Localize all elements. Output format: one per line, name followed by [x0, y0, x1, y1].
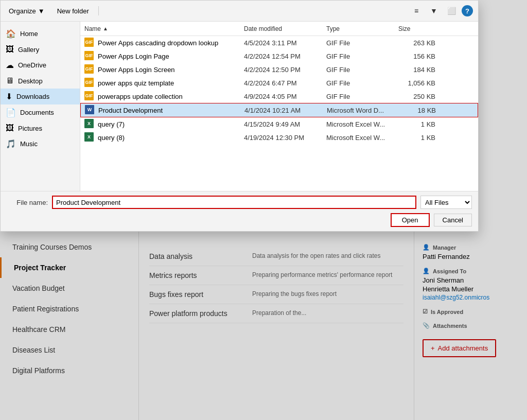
file-icon-2: GIF: [84, 64, 95, 75]
help-icon[interactable]: ?: [462, 5, 473, 16]
nav-item-downloads[interactable]: ⬇ Downloads: [1, 89, 80, 104]
file-name-6: query (7): [98, 120, 244, 128]
file-type-3: GIF File: [326, 79, 398, 87]
dialog-files: Name ▲ Date modified Type Size GIF Power…: [80, 22, 478, 191]
file-name-4: powerapps update collection: [98, 93, 244, 100]
pictures-icon: 🖼: [6, 124, 14, 133]
col-header-date[interactable]: Date modified: [244, 25, 326, 32]
nav-item-onedrive[interactable]: ☁ OneDrive: [1, 57, 80, 73]
file-list: GIF Power Apps cascading dropdown lookup…: [80, 36, 478, 191]
nav-item-gallery[interactable]: 🖼 Gallery: [1, 42, 80, 57]
new-folder-button[interactable]: New folder: [54, 6, 92, 16]
toolbar-separator: [98, 6, 99, 15]
window-icon[interactable]: ⬜: [444, 4, 459, 18]
file-row-1[interactable]: GIF Power Apps Login Page 4/2/2024 12:54…: [80, 49, 478, 63]
footer-filename-row: File name: All Files: [7, 196, 472, 209]
file-row-7[interactable]: X query (8) 4/19/2024 12:30 PM Microsoft…: [80, 131, 478, 144]
nav-item-pictures[interactable]: 🖼 Pictures: [1, 120, 80, 136]
file-row-0[interactable]: GIF Power Apps cascading dropdown lookup…: [80, 36, 478, 49]
file-name-2: Power Apps Login Screen: [98, 66, 244, 74]
file-row-5[interactable]: W Product Development 4/1/2024 10:21 AM …: [80, 103, 478, 117]
desktop-icon: 🖥: [6, 76, 14, 85]
file-size-4: 250 KB: [398, 93, 440, 100]
file-name-7: query (8): [98, 134, 244, 142]
file-size-2: 184 KB: [398, 66, 440, 74]
documents-icon: 📄: [6, 108, 16, 117]
nav-item-music[interactable]: 🎵 Music: [1, 136, 80, 152]
file-date-0: 4/5/2024 3:11 PM: [244, 39, 326, 47]
file-date-6: 4/15/2024 9:49 AM: [244, 120, 326, 128]
file-name-input[interactable]: [52, 196, 416, 209]
dialog-footer: File name: All Files Open Cancel: [1, 191, 478, 231]
onedrive-icon: ☁: [6, 60, 14, 70]
file-open-dialog: Organize ▼ New folder ≡ ▼ ⬜ ? 🏠 Home 🖼 G…: [0, 0, 479, 232]
col-header-size[interactable]: Size: [398, 25, 440, 32]
file-icon-7: X: [84, 132, 95, 143]
file-size-7: 1 KB: [398, 134, 440, 142]
file-type-5: Microsoft Word D...: [327, 107, 399, 114]
file-date-5: 4/1/2024 10:21 AM: [244, 107, 327, 114]
music-icon: 🎵: [6, 139, 16, 149]
nav-item-home[interactable]: 🏠 Home: [1, 26, 80, 42]
file-type-4: GIF File: [326, 93, 398, 100]
file-size-5: 18 KB: [399, 107, 440, 114]
file-name-1: Power Apps Login Page: [98, 52, 244, 60]
file-name-0: Power Apps cascading dropdown lookup: [98, 39, 244, 47]
file-type-1: GIF File: [326, 52, 398, 60]
file-icon-6: X: [84, 119, 95, 129]
file-name-3: power apps quiz template: [98, 79, 244, 87]
organize-chevron-icon: ▼: [38, 7, 45, 15]
file-type-0: GIF File: [326, 39, 398, 47]
organize-button[interactable]: Organize ▼: [6, 6, 48, 16]
gallery-icon: 🖼: [6, 45, 14, 54]
file-size-0: 263 KB: [398, 39, 440, 47]
file-date-2: 4/2/2024 12:50 PM: [244, 66, 326, 74]
file-type-7: Microsoft Excel W...: [326, 134, 398, 142]
file-row-3[interactable]: GIF power apps quiz template 4/2/2024 6:…: [80, 76, 478, 90]
file-icon-0: GIF: [84, 38, 95, 48]
file-icon-3: GIF: [84, 78, 95, 88]
file-date-7: 4/19/2024 12:30 PM: [244, 134, 326, 142]
file-date-4: 4/9/2024 4:05 PM: [244, 93, 326, 100]
file-icon-1: GIF: [84, 51, 95, 61]
file-date-1: 4/2/2024 12:54 PM: [244, 52, 326, 60]
open-button[interactable]: Open: [391, 213, 430, 227]
dialog-body: 🏠 Home 🖼 Gallery ☁ OneDrive 🖥 Desktop ⬇ …: [1, 22, 478, 191]
sort-arrow-icon: ▲: [103, 26, 108, 31]
file-icon-4: GIF: [84, 91, 95, 101]
home-icon: 🏠: [6, 29, 16, 39]
cancel-button[interactable]: Cancel: [434, 214, 472, 226]
nav-item-desktop[interactable]: 🖥 Desktop: [1, 73, 80, 89]
footer-buttons: Open Cancel: [7, 213, 472, 227]
file-row-4[interactable]: GIF powerapps update collection 4/9/2024…: [80, 90, 478, 103]
file-type-6: Microsoft Excel W...: [326, 120, 398, 128]
file-date-3: 4/2/2024 6:47 PM: [244, 79, 326, 87]
file-size-6: 1 KB: [398, 120, 440, 128]
col-header-type[interactable]: Type: [326, 25, 398, 32]
file-row-6[interactable]: X query (7) 4/15/2024 9:49 AM Microsoft …: [80, 117, 478, 131]
file-column-headers: Name ▲ Date modified Type Size: [80, 22, 478, 36]
file-icon-5: W: [85, 105, 95, 115]
file-size-3: 1,056 KB: [398, 79, 440, 87]
file-name-5: Product Development: [98, 107, 244, 114]
file-type-dropdown[interactable]: All Files: [420, 196, 472, 209]
nav-item-documents[interactable]: 📄 Documents: [1, 104, 80, 120]
file-name-label: File name:: [7, 199, 48, 206]
dialog-nav: 🏠 Home 🖼 Gallery ☁ OneDrive 🖥 Desktop ⬇ …: [1, 22, 80, 191]
view-list-icon[interactable]: ≡: [409, 4, 424, 18]
toolbar-icons: ≡ ▼ ⬜ ?: [409, 4, 473, 18]
file-type-2: GIF File: [326, 66, 398, 74]
view-dropdown-icon[interactable]: ▼: [427, 4, 441, 18]
dialog-toolbar: Organize ▼ New folder ≡ ▼ ⬜ ?: [1, 1, 478, 22]
file-row-2[interactable]: GIF Power Apps Login Screen 4/2/2024 12:…: [80, 63, 478, 76]
col-header-name[interactable]: Name ▲: [84, 25, 244, 32]
file-size-1: 156 KB: [398, 52, 440, 60]
downloads-icon: ⬇: [6, 92, 12, 101]
